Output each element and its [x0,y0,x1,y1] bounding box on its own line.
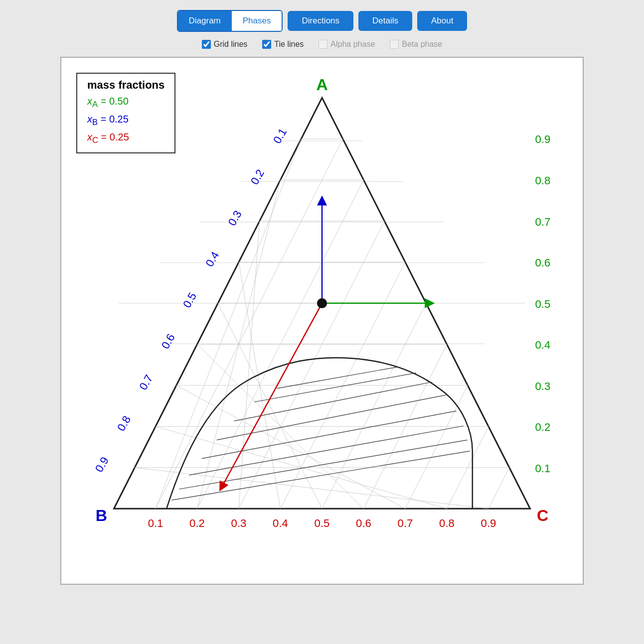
svg-text:0.3: 0.3 [226,208,244,228]
directions-button[interactable]: Directions [288,11,353,31]
svg-text:0.5: 0.5 [535,298,551,310]
red-arrow [222,303,322,487]
svg-text:0.1: 0.1 [271,126,289,145]
svg-text:0.7: 0.7 [398,517,413,529]
svg-text:0.6: 0.6 [356,517,371,529]
svg-text:0.8: 0.8 [115,414,133,433]
xc-scale: 0.1 0.2 0.3 0.4 0.5 0.6 0.7 0.8 0.9 [148,517,496,529]
xb-scale: 0.1 0.2 0.3 0.4 0.5 0.6 0.7 0.8 0.9 [93,126,289,474]
diagram-container: mass fractions xA = 0.50 xB = 0.25 xC = … [60,57,584,585]
xa-value: xA = 0.50 [87,96,164,110]
svg-text:0.4: 0.4 [203,250,221,269]
vertex-c-label: C [537,507,548,524]
tie-lines-checkbox[interactable]: Tie lines [262,40,304,49]
svg-text:0.8: 0.8 [535,174,551,187]
phase-boundary [166,358,473,509]
svg-line-30 [176,386,405,509]
grid-lines-checkbox[interactable]: Grid lines [202,40,248,49]
toolbar: Diagram Phases Directions Details About [177,10,468,32]
svg-text:0.1: 0.1 [535,462,551,475]
svg-line-33 [171,451,470,501]
selected-point[interactable] [317,298,327,308]
legend-box: mass fractions xA = 0.50 xB = 0.25 xC = … [76,73,175,153]
svg-line-39 [254,373,416,402]
svg-line-40 [277,367,398,388]
svg-text:0.4: 0.4 [535,339,551,351]
svg-text:0.1: 0.1 [148,517,163,529]
beta-phase-checkbox[interactable]: Beta phase [390,40,442,49]
vertex-a-label: A [316,76,327,94]
svg-text:0.4: 0.4 [273,517,288,529]
svg-line-21 [239,221,384,509]
details-button[interactable]: Details [358,11,412,31]
svg-text:0.8: 0.8 [439,517,455,529]
svg-text:0.2: 0.2 [535,421,551,433]
diagram-phases-group: Diagram Phases [177,10,283,32]
phases-button[interactable]: Phases [232,11,282,31]
svg-text:0.3: 0.3 [231,517,247,529]
svg-text:0.7: 0.7 [535,216,551,228]
svg-text:0.9: 0.9 [93,455,111,474]
xb-value: xB = 0.25 [87,114,164,128]
svg-line-17 [405,386,468,509]
svg-text:0.6: 0.6 [535,257,551,269]
about-button[interactable]: About [417,11,467,31]
svg-text:0.2: 0.2 [189,517,205,529]
svg-text:0.5: 0.5 [180,290,199,310]
svg-text:0.3: 0.3 [535,380,551,392]
vertex-b-label: B [96,507,107,524]
svg-line-32 [135,468,488,509]
svg-line-34 [179,440,467,489]
checkboxes-row: Grid lines Tie lines Alpha phase Beta ph… [202,40,442,49]
xc-value: xC = 0.25 [87,131,164,145]
svg-text:0.5: 0.5 [315,517,330,529]
diagram-button[interactable]: Diagram [178,11,232,31]
xa-scale: 0.9 0.8 0.7 0.6 0.5 0.4 0.3 0.2 0.1 [535,133,551,475]
svg-text:0.2: 0.2 [248,167,267,187]
legend-title: mass fractions [87,79,164,92]
svg-text:0.9: 0.9 [481,517,496,529]
alpha-phase-checkbox[interactable]: Alpha phase [319,40,375,49]
svg-text:0.7: 0.7 [137,373,156,392]
svg-text:0.9: 0.9 [535,133,551,145]
svg-line-15 [488,468,509,509]
svg-text:0.6: 0.6 [159,332,177,351]
